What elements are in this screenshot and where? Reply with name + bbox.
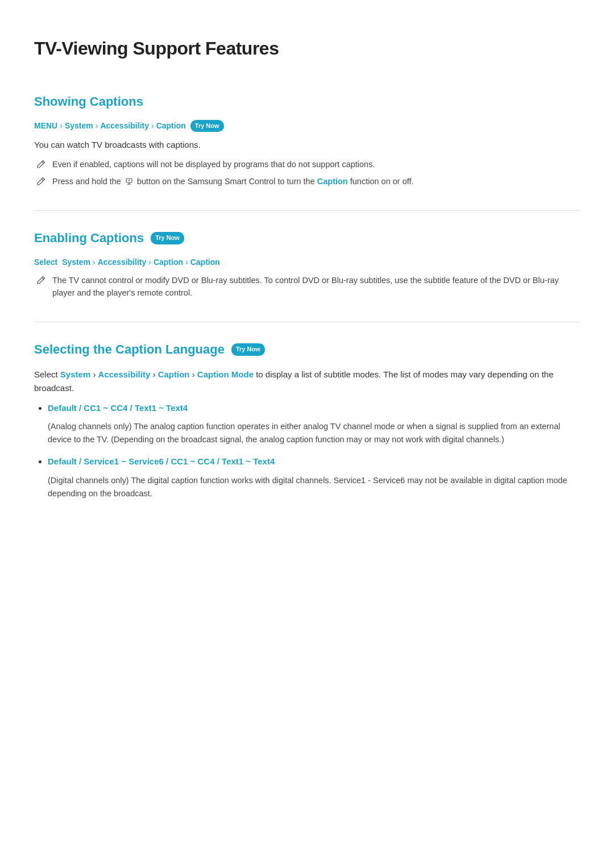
section-showing-captions: Showing Captions MENU › System › Accessi… [34,92,580,188]
caption-mode-list: Default / CC1 ~ CC4 / Text1 ~ Text4 [34,402,580,415]
bullet-item-1: Default / CC1 ~ CC4 / Text1 ~ Text4 [48,402,580,415]
try-now-badge-1[interactable]: Try Now [190,120,224,132]
breadcrumb-caption-3: Caption [190,256,220,268]
chevron-icon-1: › [60,119,63,132]
breadcrumb-caption-4: Caption [158,369,190,379]
breadcrumb-accessibility-2: Accessibility [98,256,147,268]
caption-mode-list-2: Default / Service1 ~ Service6 / CC1 ~ CC… [34,455,580,468]
pencil-icon-1 [36,160,47,170]
bullet-label-2: Default / Service1 ~ Service6 / CC1 ~ CC… [48,456,275,466]
pencil-icon-3 [36,276,47,286]
breadcrumb-system-1: System [65,119,93,132]
enabling-captions-notes: The TV cannot control or modify DVD or B… [34,275,580,300]
section-title-selecting-language: Selecting the Caption Language Try Now [34,339,580,359]
chevron-icon-3: › [151,119,154,132]
section-selecting-language: Selecting the Caption Language Try Now S… [34,339,580,500]
bullet-desc-2: (Digital channels only) The digital capt… [48,474,580,500]
breadcrumb-system-2: System [62,256,90,268]
breadcrumb-accessibility-3: Accessibility [98,369,151,379]
chevron-icon-6: › [185,256,188,268]
divider-1 [34,210,580,211]
try-now-badge-3[interactable]: Try Now [231,343,265,356]
showing-captions-title: Showing Captions [34,92,143,111]
breadcrumb-menu: MENU [34,119,57,132]
selecting-language-intro: Select System › Accessibility › Caption … [34,368,580,395]
chevron-icon-5: › [148,256,151,268]
note-item-1: Even if enabled, captions will not be di… [36,159,580,171]
section-title-enabling-captions: Enabling Captions Try Now [34,228,580,248]
caption-link-1: Caption [317,177,348,186]
chevron-icon-4: › [93,256,96,268]
breadcrumb-system-3: System [60,369,90,379]
breadcrumb-showing-captions: MENU › System › Accessibility › Caption … [34,119,580,132]
breadcrumb-caption-mode: Caption Mode [197,369,254,379]
bullet-desc-1: (Analog channels only) The analog captio… [48,420,580,446]
showing-captions-notes: Even if enabled, captions will not be di… [34,159,580,188]
try-now-badge-2[interactable]: Try Now [151,232,184,244]
showing-captions-intro: You can watch TV broadcasts with caption… [34,138,580,152]
enabling-captions-title: Enabling Captions [34,228,144,248]
bullet-item-2: Default / Service1 ~ Service6 / CC1 ~ CC… [48,455,580,468]
page-title: TV-Viewing Support Features [34,34,580,63]
chevron-icon-2: › [96,119,98,132]
note-item-2: Press and hold the button on the Samsung… [36,176,580,188]
section-title-showing-captions: Showing Captions [34,92,580,111]
section-enabling-captions: Enabling Captions Try Now Select System … [34,228,580,299]
breadcrumb-accessibility-1: Accessibility [100,119,149,132]
divider-2 [34,322,580,322]
pencil-icon-2 [36,177,47,187]
breadcrumb-caption-1: Caption [156,119,186,132]
bullet-label-1: Default / CC1 ~ CC4 / Text1 ~ Text4 [48,403,188,413]
selecting-language-title: Selecting the Caption Language [34,339,225,359]
enabling-captions-note: The TV cannot control or modify DVD or B… [52,275,580,300]
note-item-3: The TV cannot control or modify DVD or B… [36,275,580,300]
breadcrumb-enabling-captions: Select System › Accessibility › Caption … [34,256,580,268]
breadcrumb-caption-2: Caption [154,256,183,268]
